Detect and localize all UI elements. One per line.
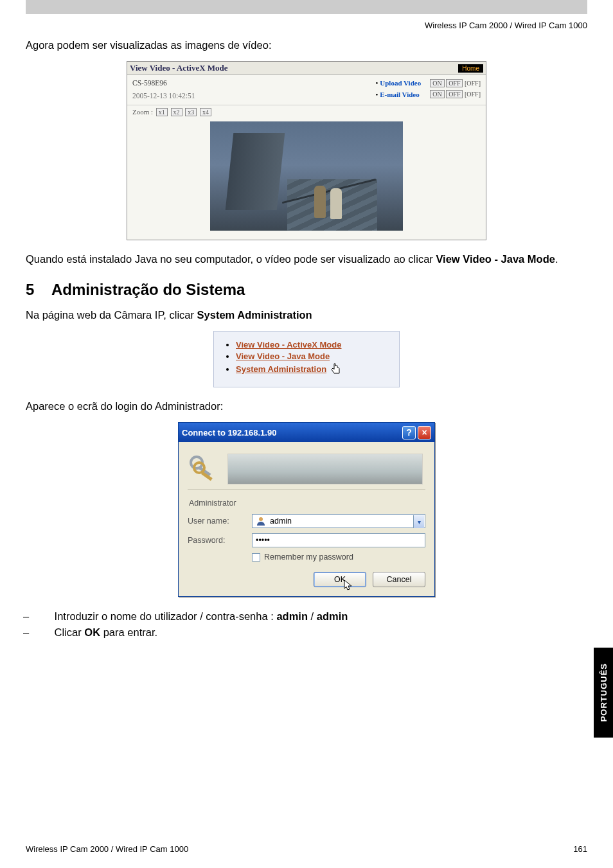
fig1-upload-link[interactable]: Upload Video	[380, 79, 421, 87]
fig1-upload-off[interactable]: OFF	[446, 79, 463, 87]
fig1-video-frame	[210, 121, 403, 231]
section-heading: 5Administração do Sistema	[26, 281, 587, 299]
help-icon[interactable]: ?	[402, 426, 416, 439]
chevron-down-icon[interactable]: ▾	[413, 515, 424, 528]
list-item: Introduzir o nome do utilizador / contra…	[37, 608, 587, 624]
intro-text-1: Agora podem ser visualizadas as imagens …	[26, 38, 587, 52]
fig1-zoom-x2[interactable]: x2	[171, 108, 182, 116]
header-product-line: Wireless IP Cam 2000 / Wired IP Cam 1000	[26, 21, 587, 30]
fig2-link-activex[interactable]: View Video - ActiveX Mode	[236, 340, 341, 350]
list-item: Clicar OK para entrar.	[37, 624, 587, 641]
fig1-email-link[interactable]: E-mail Video	[380, 91, 419, 98]
fig1-zoom-label: Zoom :	[132, 108, 153, 116]
para-login-screen: Aparece o ecrã do login do Administrador…	[26, 399, 587, 413]
fig1-email-on[interactable]: ON	[430, 90, 444, 98]
user-icon	[256, 516, 266, 526]
fig1-email-status: [OFF]	[465, 91, 481, 98]
fig1-device-id: CS-598E96	[132, 79, 195, 87]
fig1-upload-status: [OFF]	[465, 80, 481, 87]
fig3-remember-label: Remember my password	[264, 553, 353, 562]
para-java-mode: Quando está instalado Java no seu comput…	[26, 252, 587, 266]
hand-cursor-icon	[330, 363, 342, 376]
fig1-upload-on[interactable]: ON	[430, 79, 444, 87]
para-sys-admin: Na página web da Câmara IP, clicar Syste…	[26, 308, 587, 322]
fig3-title: Connect to 192.168.1.90	[182, 428, 276, 438]
fig2-link-sysadmin[interactable]: System Administration	[236, 364, 326, 374]
fig3-realm: Administrator	[189, 499, 425, 508]
language-tab: PORTUGUÊS	[594, 648, 613, 738]
figure-activex-viewer: View Video - ActiveX Mode Home CS-598E96…	[127, 61, 486, 240]
fig1-home-link[interactable]: Home	[458, 64, 483, 73]
fig3-remember-checkbox[interactable]	[252, 553, 260, 562]
fig1-zoom-x4[interactable]: x4	[200, 108, 211, 116]
figure-login-dialog: Connect to 192.168.1.90 ? ×	[178, 422, 435, 597]
arrow-cursor-icon	[344, 580, 354, 593]
fig3-password-input[interactable]: •••••	[252, 533, 425, 547]
dialog-banner-image	[227, 454, 423, 484]
instruction-list: Introduzir o nome do utilizador / contra…	[37, 608, 587, 641]
ok-button[interactable]: OK	[314, 572, 366, 587]
keys-icon	[188, 454, 218, 484]
top-gray-bar	[26, 0, 587, 14]
fig3-user-label: User name:	[188, 517, 252, 526]
cancel-button[interactable]: Cancel	[373, 572, 425, 587]
fig1-timestamp: 2005-12-13 10:42:51	[132, 92, 195, 100]
close-icon[interactable]: ×	[418, 426, 431, 439]
footer-page-number: 161	[573, 844, 587, 854]
footer-left: Wireless IP Cam 2000 / Wired IP Cam 1000	[26, 844, 188, 854]
fig1-zoom-x3[interactable]: x3	[185, 108, 197, 116]
figure-link-list: View Video - ActiveX Mode View Video - J…	[213, 331, 400, 387]
fig3-username-input[interactable]: admin ▾	[252, 514, 425, 528]
fig1-title: View Video - ActiveX Mode	[130, 63, 228, 73]
fig3-pass-label: Password:	[188, 536, 252, 545]
fig1-zoom-x1[interactable]: x1	[156, 108, 168, 116]
fig2-link-java[interactable]: View Video - Java Mode	[236, 351, 330, 361]
fig1-email-off[interactable]: OFF	[446, 90, 463, 98]
svg-point-4	[259, 517, 263, 521]
